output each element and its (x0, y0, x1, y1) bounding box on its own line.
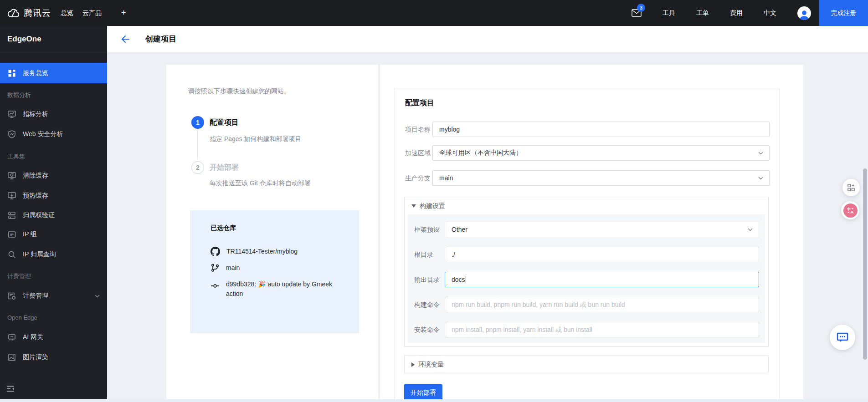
production-branch-label: 生产分支* (405, 170, 435, 186)
user-icon (798, 9, 810, 20)
github-icon (211, 247, 220, 256)
nav-language[interactable]: 中文 (764, 9, 776, 17)
tencent-cloud-logo[interactable]: 腾讯云 (7, 0, 51, 26)
server-list-icon (7, 211, 16, 220)
step-1-description: 指定 Pages 如何构建和部署项目 (210, 135, 301, 143)
framework-preset-value: Other (452, 226, 467, 233)
edgeone-create-project-page: { "colors": { "accent": "#2368f0", "navb… (0, 0, 868, 402)
sidebar-item-ip-group[interactable]: IP IP 组 (0, 224, 107, 244)
svg-text:A: A (850, 209, 853, 214)
complete-registration-button[interactable]: 完成注册 (819, 0, 868, 26)
sidebar-item-label: 归属权验证 (23, 211, 55, 219)
brand-text: 腾讯云 (24, 7, 51, 19)
chevron-down-icon (748, 228, 753, 231)
triangle-right-icon (411, 362, 415, 367)
chevron-down-icon (758, 152, 763, 155)
sidebar-item-purge-cache[interactable]: 清除缓存 (0, 166, 107, 186)
configure-project-card: 配置项目 项目名称* 加速区域* 全球可用区（不含中国大陆） 生产分支* mai… (395, 88, 780, 402)
sidebar-title: EdgeOne (0, 26, 107, 52)
steps-panel: 请按照以下步骤快速创建您的网站。 1 配置项目 指定 Pages 如何构建和部署… (166, 65, 378, 402)
sidebar-item-service-overview[interactable]: 服务总览 (0, 63, 107, 83)
navbar-right-group: 3 工具 工单 费用 中文 (632, 0, 811, 26)
mail-button[interactable]: 3 (632, 9, 642, 17)
sidebar-item-billing-management[interactable]: 计费管理 (0, 286, 107, 306)
sidebar-item-label: 计费管理 (23, 292, 48, 300)
nav-billing[interactable]: 费用 (730, 9, 743, 17)
sidebar-item-metrics-analysis[interactable]: 指标分析 (0, 104, 107, 124)
floating-translate-button[interactable]: 中 A (841, 201, 859, 219)
build-settings-body: 框架预设 Other 根目录 输出目录 docs 构建命令 (408, 214, 765, 343)
top-navbar: 腾讯云 总览 云产品 + 3 工具 工单 费用 中文 完成注册 (0, 0, 868, 26)
chevron-down-icon (758, 177, 763, 180)
ip-badge-icon: IP (7, 230, 16, 239)
build-command-input[interactable] (445, 297, 759, 312)
sidebar-item-label: 服务总览 (23, 69, 48, 77)
step-1-title: 配置项目 (210, 118, 239, 127)
root-directory-input[interactable] (445, 247, 759, 262)
nav-tools[interactable]: 工具 (663, 9, 675, 17)
install-command-input[interactable] (445, 322, 759, 337)
sidebar-item-label: IP 组 (23, 230, 37, 239)
translate-icon: 中 A (843, 204, 858, 218)
sidebar-item-image-rendering[interactable]: 图片渲染 (0, 347, 107, 367)
sidebar-item-label: IP 归属查询 (23, 250, 56, 259)
root-directory-label: 根目录 (414, 247, 433, 262)
output-directory-label: 输出目录 (414, 272, 440, 287)
build-command-label: 构建命令 (414, 297, 440, 312)
region-label: 加速区域* (405, 145, 435, 161)
page-title: 创建项目 (145, 26, 176, 52)
monitor-refresh-icon (7, 171, 16, 180)
project-name-input[interactable] (432, 122, 770, 137)
grid-dashboard-icon (7, 69, 16, 78)
sidebar-item-prewarm-cache[interactable]: 预热缓存 (0, 186, 107, 206)
gateway-chip-icon (7, 333, 16, 342)
document-gear-icon (7, 291, 16, 300)
step-connector-line (197, 131, 198, 159)
selected-repository-box: 已选仓库 TR114514-Tester/myblog main (190, 210, 359, 333)
step-2-title: 开始部署 (210, 163, 239, 173)
sidebar-item-label: 预热缓存 (23, 192, 48, 200)
floating-apps-button[interactable] (842, 179, 860, 196)
image-icon (7, 353, 16, 362)
monitor-download-icon (7, 191, 16, 200)
nav-cloud-products[interactable]: 云产品 (82, 0, 102, 26)
sidebar-item-ownership-verification[interactable]: 归属权验证 (0, 205, 107, 225)
nav-overview[interactable]: 总览 (61, 0, 73, 26)
sidebar-item-web-security-analysis[interactable]: Web 安全分析 (0, 124, 107, 144)
step-2-indicator: 2 (191, 161, 204, 174)
repository-name: TR114514-Tester/myblog (226, 247, 298, 256)
sidebar-item-ai-gateway[interactable]: AI 网关 (0, 327, 107, 347)
repository-commit-row: d99db328: 🎉 auto update by Gmeek action (211, 280, 345, 299)
region-select[interactable]: 全球可用区（不含中国大陆） (432, 145, 770, 161)
monitor-chart-icon (7, 110, 16, 119)
sidebar-item-label: Web 安全分析 (23, 130, 63, 138)
back-button[interactable] (120, 34, 131, 45)
git-commit-icon (211, 283, 220, 289)
start-deploy-button[interactable]: 开始部署 (404, 384, 442, 401)
nav-tickets[interactable]: 工单 (696, 9, 709, 17)
floating-chat-button[interactable] (830, 325, 855, 350)
install-command-label: 安装命令 (414, 322, 440, 337)
avatar[interactable] (797, 6, 811, 20)
environment-variables-toggle[interactable]: 环境变量 (404, 355, 769, 373)
nav-add-tab-button[interactable]: + (121, 0, 126, 26)
form-panel: 配置项目 项目名称* 加速区域* 全球可用区（不含中国大陆） 生产分支* mai… (380, 65, 803, 402)
production-branch-select[interactable]: main (432, 170, 770, 186)
sidebar: EdgeOne 服务总览 数据分析 指标分析 Web 安全分析 工具集 (0, 26, 107, 402)
repository-commit-message: d99db328: 🎉 auto update by Gmeek action (226, 280, 345, 299)
output-directory-input[interactable]: docs (445, 272, 759, 287)
build-settings-toggle[interactable]: 构建设置 (405, 197, 768, 214)
chat-bubble-icon (836, 331, 849, 343)
git-branch-icon (211, 263, 220, 272)
sidebar-item-label: 指标分析 (23, 110, 48, 118)
sidebar-section-toolbox: 工具集 (7, 153, 25, 161)
framework-preset-select[interactable]: Other (445, 222, 759, 237)
output-directory-value: docs (452, 276, 465, 283)
sidebar-collapse-button[interactable] (5, 384, 16, 395)
mail-badge: 3 (637, 4, 645, 12)
svg-text:IP: IP (10, 233, 14, 237)
step-1-indicator: 1 (191, 116, 204, 129)
vertical-scrollbar-thumb[interactable] (863, 168, 867, 360)
repository-branch: main (226, 263, 240, 273)
sidebar-item-ip-lookup[interactable]: IP 归属查询 (0, 244, 107, 265)
